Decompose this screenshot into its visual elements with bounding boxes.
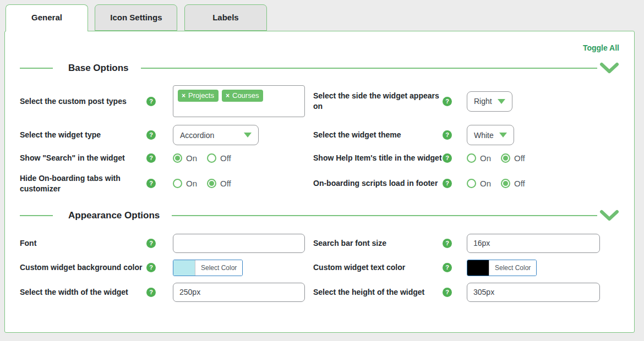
- widget-width-label: Select the width of the widget: [20, 287, 146, 298]
- chevron-down-icon[interactable]: [599, 62, 619, 74]
- radio-off[interactable]: [207, 179, 216, 188]
- search-font-size-input[interactable]: [467, 234, 600, 253]
- radio-on[interactable]: [467, 179, 476, 188]
- color-swatch: [467, 260, 489, 276]
- show-search-label: Show "Search" in the widget: [20, 153, 146, 163]
- help-icon[interactable]: ?: [443, 179, 452, 188]
- tag-projects: ×Projects: [178, 90, 219, 102]
- radio-off[interactable]: [207, 153, 216, 163]
- section-dash: [20, 215, 53, 216]
- select-color-label: Select Color: [489, 260, 536, 276]
- radio-on[interactable]: [467, 153, 476, 163]
- radio-option-on[interactable]: On: [173, 153, 197, 163]
- text-color-picker-button[interactable]: Select Color: [467, 260, 537, 276]
- help-icon[interactable]: ?: [146, 153, 156, 163]
- help-icon[interactable]: ?: [443, 97, 452, 106]
- chevron-down-icon[interactable]: [599, 210, 619, 222]
- help-icon[interactable]: ?: [443, 288, 452, 297]
- tag-courses: ×Courses: [222, 90, 263, 102]
- help-icon[interactable]: ?: [443, 239, 452, 248]
- help-icon[interactable]: ?: [146, 263, 156, 272]
- widget-type-label: Select the widget type: [20, 130, 146, 140]
- widget-height-input[interactable]: [467, 283, 600, 302]
- help-icon[interactable]: ?: [146, 179, 156, 188]
- radio-option-on[interactable]: On: [173, 179, 197, 188]
- radio-option-on[interactable]: On: [467, 179, 491, 188]
- radio-on[interactable]: [173, 179, 182, 188]
- tag-label: Projects: [188, 91, 214, 100]
- toggle-all-link[interactable]: Toggle All: [20, 43, 619, 52]
- widget-side-value: Right: [474, 97, 492, 106]
- bg-color-picker-button[interactable]: Select Color: [173, 260, 243, 276]
- radio-option-on[interactable]: On: [467, 153, 491, 163]
- scripts-footer-label: On-boarding scripts load in footer: [313, 178, 443, 189]
- hide-onboarding-radio-group: On Off: [173, 179, 231, 188]
- widget-height-label: Select the height of the widget: [313, 287, 443, 298]
- widget-theme-label: Select the widget theme: [313, 130, 443, 140]
- section-title: Appearance Options: [68, 210, 160, 221]
- help-icon[interactable]: ?: [146, 288, 156, 297]
- hide-onboarding-label: Hide On-boarding tabs with customizer: [20, 173, 146, 194]
- tab-icon-settings[interactable]: Icon Settings: [95, 4, 177, 31]
- settings-tab-bar: General Icon Settings Labels: [0, 0, 644, 31]
- custom-post-types-label: Select the custom post types: [20, 96, 146, 107]
- caret-down-icon: [498, 99, 505, 104]
- remove-tag-icon[interactable]: ×: [182, 92, 185, 100]
- section-dash: [20, 68, 53, 69]
- base-options-header: Base Options: [20, 59, 619, 78]
- help-icon[interactable]: ?: [146, 130, 156, 140]
- appearance-options-header: Appearance Options: [20, 206, 619, 225]
- widget-side-select[interactable]: Right: [467, 91, 512, 112]
- color-swatch: [173, 260, 195, 276]
- widget-type-value: Accordion: [180, 131, 214, 140]
- widget-width-input[interactable]: [173, 283, 305, 302]
- radio-option-off[interactable]: Off: [501, 153, 525, 163]
- section-title: Base Options: [68, 63, 129, 74]
- remove-tag-icon[interactable]: ×: [226, 92, 230, 100]
- custom-post-types-multiselect[interactable]: ×Projects ×Courses: [173, 85, 305, 117]
- help-icon[interactable]: ?: [443, 130, 452, 140]
- widget-theme-select[interactable]: White: [467, 125, 514, 145]
- widget-theme-value: White: [474, 131, 494, 140]
- show-search-radio-group: On Off: [173, 153, 231, 163]
- caret-down-icon: [499, 133, 507, 138]
- help-icon[interactable]: ?: [146, 239, 156, 248]
- select-color-label: Select Color: [195, 260, 242, 276]
- search-font-size-label: Search bar font size: [313, 238, 443, 249]
- font-label: Font: [20, 238, 146, 249]
- widget-side-label: Select the side the widget appears on: [313, 91, 443, 112]
- radio-option-off[interactable]: Off: [207, 153, 231, 163]
- help-icon[interactable]: ?: [443, 153, 452, 163]
- show-help-title-label: Show Help Item's title in the widget: [313, 153, 443, 163]
- radio-option-off[interactable]: Off: [207, 179, 231, 188]
- tag-label: Courses: [232, 91, 259, 100]
- widget-text-color-label: Custom widget text color: [313, 262, 443, 273]
- widget-bg-color-label: Custom widget background color: [20, 262, 146, 273]
- caret-down-icon: [244, 133, 252, 138]
- tab-labels[interactable]: Labels: [184, 4, 267, 31]
- radio-off[interactable]: [501, 179, 510, 188]
- show-help-title-radio-group: On Off: [467, 153, 525, 163]
- section-rule: [172, 215, 597, 216]
- general-settings-panel: Toggle All Base Options Select the custo…: [4, 31, 635, 333]
- scripts-footer-radio-group: On Off: [467, 179, 525, 188]
- section-rule: [141, 68, 597, 69]
- radio-off[interactable]: [501, 153, 510, 163]
- radio-on[interactable]: [173, 153, 182, 163]
- help-icon[interactable]: ?: [443, 263, 452, 272]
- radio-option-off[interactable]: Off: [501, 179, 525, 188]
- font-input[interactable]: [173, 234, 305, 253]
- widget-type-select[interactable]: Accordion: [173, 125, 259, 145]
- help-icon[interactable]: ?: [146, 97, 156, 106]
- tab-general[interactable]: General: [6, 4, 88, 31]
